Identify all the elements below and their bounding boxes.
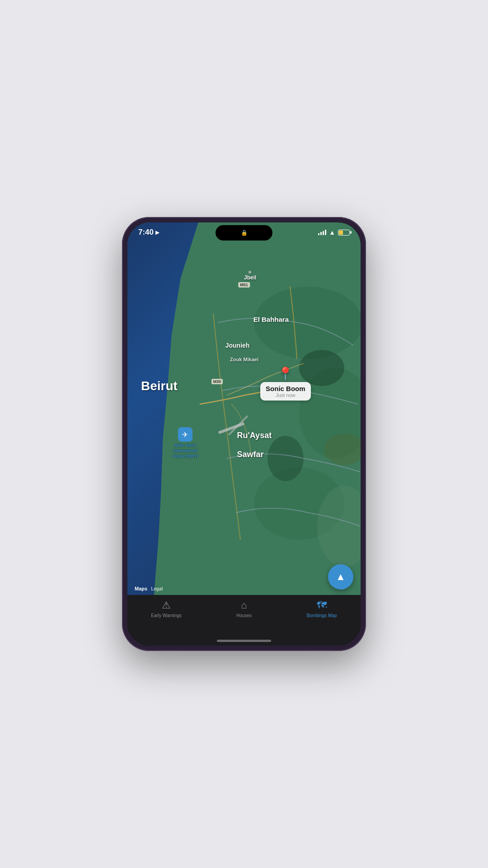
wifi-icon: ▲ [329, 229, 335, 236]
home-bar [217, 640, 271, 642]
tab-bombings-map[interactable]: 🗺 Bombings Map [283, 599, 361, 618]
airport-icon: ✈ [178, 427, 192, 442]
dynamic-island: 🔒 [216, 225, 272, 241]
status-right: ▲ [318, 229, 350, 236]
svg-point-1 [254, 287, 361, 359]
tab-houses-label: Houses [236, 613, 252, 618]
pin-tooltip-subtitle: Just now [266, 392, 305, 398]
battery-icon [338, 230, 350, 236]
map-background: Beirut Jounieh Zouk Mikael El Bahhara Jb… [127, 222, 361, 595]
legal-link[interactable]: Legal [151, 586, 163, 591]
map-container[interactable]: Beirut Jounieh Zouk Mikael El Bahhara Jb… [127, 222, 361, 595]
svg-point-6 [267, 436, 304, 481]
tab-early-warnings[interactable]: ⚠ Early Warnings [127, 599, 205, 618]
location-arrow-icon: ▶ [155, 230, 159, 236]
m30-road-label: M30 [211, 379, 223, 384]
status-bar: 7:40 ▶ 🔒 ▲ [127, 222, 361, 242]
navigation-fab[interactable]: ▲ [328, 564, 353, 590]
pin-tooltip: Sonic Boom Just now [260, 382, 311, 401]
compass-icon: ▲ [336, 571, 346, 583]
sonic-boom-pin[interactable]: 📍 Sonic Boom Just now [260, 368, 311, 401]
map-icon: 🗺 [317, 599, 327, 611]
tab-early-warnings-label: Early Warnings [151, 613, 181, 618]
tab-houses[interactable]: ⌂ Houses [205, 599, 283, 618]
phone-frame: 7:40 ▶ 🔒 ▲ [122, 217, 366, 651]
maps-logo-text: Maps [135, 586, 147, 591]
pin-icon: 📍 [277, 368, 293, 380]
status-time: 7:40 ▶ [138, 228, 159, 237]
airport-label: Rafic Hariri International Airport (BEY) [169, 443, 201, 459]
svg-rect-9 [228, 415, 248, 435]
plane-icon: ✈ [182, 430, 188, 439]
home-indicator [127, 636, 361, 646]
house-icon: ⌂ [241, 599, 247, 611]
maps-attribution: Maps Legal [133, 586, 163, 591]
tab-bombings-label: Bombings Map [307, 613, 337, 618]
time-display: 7:40 [138, 228, 154, 237]
airport-marker[interactable]: ✈ Rafic Hariri International Airport (BE… [169, 427, 201, 459]
tab-bar: ⚠ Early Warnings ⌂ Houses 🗺 Bombings Map [127, 595, 361, 636]
pin-tooltip-title: Sonic Boom [266, 385, 305, 392]
lock-icon: 🔒 [241, 230, 248, 236]
warning-icon: ⚠ [162, 599, 171, 611]
m51-road-label: M51 [238, 282, 250, 288]
phone-screen: 7:40 ▶ 🔒 ▲ [127, 222, 361, 646]
map-svg [127, 222, 361, 595]
signal-icon [318, 230, 326, 235]
